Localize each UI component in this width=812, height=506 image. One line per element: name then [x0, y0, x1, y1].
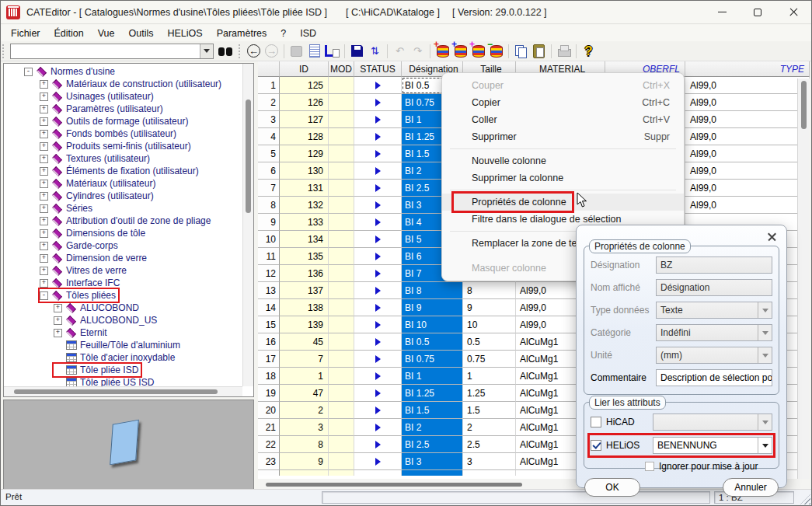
menu-item-fichier[interactable]: Fichier — [4, 26, 47, 40]
table-cell[interactable] — [329, 265, 354, 282]
tree-item[interactable]: +Eternit — [4, 326, 242, 339]
tree-item[interactable]: Tôle pliée ISD — [4, 364, 242, 376]
table-cell[interactable] — [329, 214, 354, 231]
context-menu-item[interactable]: Nouvelle colonne — [442, 152, 684, 169]
tree-item[interactable]: +ALUCOBOND — [4, 302, 242, 314]
table-cell[interactable]: 131 — [280, 180, 329, 197]
tree-item[interactable]: +Cylindres (utilisateur) — [4, 190, 242, 202]
table-cell[interactable]: 23 — [258, 453, 280, 470]
designation-cell[interactable]: BI 9 — [402, 299, 463, 316]
insert-record-icon[interactable]: + — [452, 43, 469, 59]
tree-item[interactable]: +Vitres de verre — [4, 264, 242, 277]
table-cell[interactable] — [329, 351, 354, 368]
table-cell[interactable] — [258, 470, 280, 476]
paste-icon[interactable] — [531, 43, 547, 59]
table-cell[interactable]: Al99,0 — [685, 162, 810, 180]
status-cell[interactable] — [354, 111, 402, 128]
status-cell[interactable] — [354, 248, 402, 265]
designation-cell[interactable]: BI 0.5 — [402, 333, 463, 351]
table-cell[interactable]: 20 — [258, 402, 280, 419]
table-cell[interactable] — [329, 248, 354, 265]
table-cell[interactable]: 2 — [280, 402, 329, 419]
table-cell[interactable]: 21 — [258, 419, 280, 436]
new-record-icon[interactable]: + — [434, 43, 451, 59]
tree-item[interactable]: Tôle d'acier inoxydable — [4, 351, 242, 364]
status-cell[interactable] — [354, 470, 402, 476]
designation-cell[interactable]: BI 10 — [402, 316, 463, 333]
tree-item[interactable]: +Usinages (utilisateur) — [4, 90, 242, 103]
table-cell[interactable]: Al99,0 — [685, 111, 810, 128]
table-cell[interactable]: 6 — [258, 162, 280, 180]
table-cell[interactable]: 3 — [258, 111, 280, 128]
table-cell[interactable]: 5 — [258, 145, 280, 162]
tree-item[interactable]: -Tôles pliées — [4, 289, 242, 302]
column-header[interactable] — [258, 61, 280, 77]
context-menu-item[interactable]: CopierCtrl+C — [442, 94, 684, 111]
table-cell[interactable]: 9 — [463, 299, 516, 316]
table-cell[interactable] — [329, 197, 354, 214]
status-cell[interactable] — [354, 368, 402, 385]
table-cell[interactable] — [329, 162, 354, 180]
dialog-close-button[interactable] — [766, 231, 779, 243]
table-cell[interactable]: 18 — [258, 368, 280, 385]
designation-cell[interactable]: BI 3 — [402, 453, 463, 470]
tree-item[interactable]: +Fonds bombés (utilisateur) — [4, 127, 242, 140]
status-cell[interactable] — [354, 282, 402, 299]
table-cell[interactable] — [329, 419, 354, 436]
table-cell[interactable]: 132 — [280, 197, 329, 214]
table-cell[interactable]: 130 — [280, 162, 329, 180]
tree-expander-icon[interactable]: + — [40, 180, 48, 188]
toolbar-grip-2[interactable] — [239, 44, 243, 58]
status-cell[interactable] — [354, 419, 402, 436]
table-cell[interactable] — [329, 299, 354, 316]
table-cell[interactable] — [329, 94, 354, 111]
table-cell[interactable]: 7 — [258, 180, 280, 197]
tree-expander-icon[interactable]: + — [40, 92, 48, 101]
table-cell[interactable] — [329, 436, 354, 453]
table-cell[interactable]: 8 — [258, 197, 280, 214]
table-cell[interactable]: 139 — [280, 316, 329, 333]
designation-cell[interactable]: BI 1 — [402, 368, 463, 385]
scrollbar-thumb[interactable] — [266, 483, 522, 487]
cancel-button[interactable]: Annuler — [723, 478, 779, 497]
status-cell[interactable] — [354, 316, 402, 333]
table-cell[interactable]: 0.75 — [463, 351, 516, 368]
copy-record-icon[interactable]: + — [470, 43, 486, 59]
table-cell[interactable] — [329, 111, 354, 128]
tree-item[interactable]: +ALUCOBOND_US — [4, 314, 242, 326]
tree-item[interactable]: -Normes d'usine — [4, 65, 242, 78]
tree-item[interactable]: +Séries — [4, 202, 242, 215]
status-cell[interactable] — [354, 145, 402, 162]
designation-cell[interactable]: BI 2 — [402, 419, 463, 436]
status-cell[interactable] — [354, 333, 402, 351]
tree-expander-icon[interactable]: + — [54, 329, 62, 337]
menu-item-isd[interactable]: ISD — [293, 26, 323, 40]
tree-expander-icon[interactable]: + — [40, 192, 48, 201]
table-cell[interactable]: 10 — [463, 316, 516, 333]
close-button[interactable] — [775, 1, 811, 23]
status-cell[interactable] — [354, 265, 402, 282]
table-cell[interactable]: 1 — [258, 77, 280, 94]
status-cell[interactable] — [354, 436, 402, 453]
table-cell[interactable] — [329, 402, 354, 419]
tree-item[interactable]: +Attribution d'outil de zone de pliage — [4, 215, 242, 227]
search-dropdown-button[interactable] — [200, 44, 213, 58]
table-cell[interactable] — [329, 385, 354, 402]
report-icon[interactable] — [306, 43, 322, 59]
column-header[interactable]: ID — [280, 61, 329, 77]
table-cell[interactable] — [329, 282, 354, 299]
table-cell[interactable]: 45 — [280, 333, 329, 351]
table-cell[interactable]: 137 — [280, 282, 329, 299]
table-cell[interactable]: 3 — [280, 419, 329, 436]
table-cell[interactable] — [329, 453, 354, 470]
delete-record-icon[interactable]: − — [488, 43, 504, 59]
tree-expander-icon[interactable]: + — [40, 267, 48, 275]
minimize-button[interactable] — [704, 1, 740, 23]
hicad-checkbox[interactable] — [591, 417, 601, 427]
tree-expander-icon[interactable]: + — [40, 279, 48, 288]
table-cell[interactable]: 3 — [463, 453, 516, 470]
copy-icon[interactable] — [513, 43, 529, 59]
save-icon[interactable] — [349, 43, 365, 59]
table-cell[interactable]: 15 — [258, 316, 280, 333]
table-cell[interactable] — [329, 145, 354, 162]
